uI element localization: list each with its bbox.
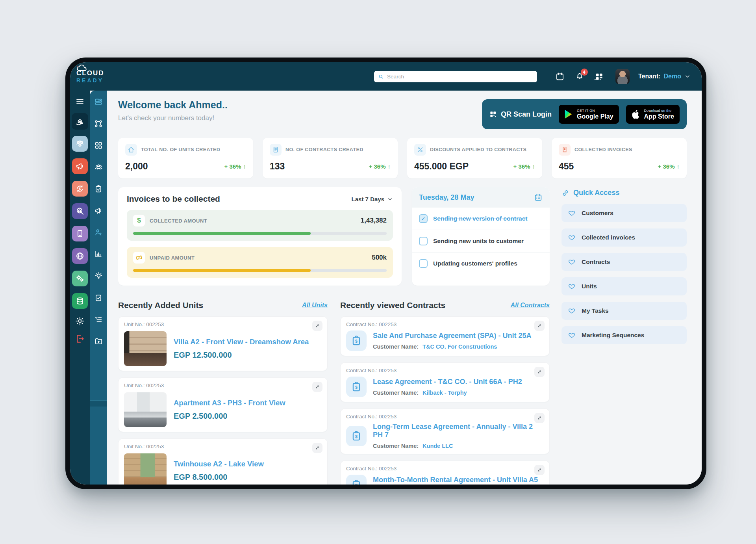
heart-icon — [568, 307, 576, 315]
task-label: Sending new units to customer — [433, 238, 524, 245]
contract-name-link[interactable]: Sale And Purchase Agreement (SPA) - Unit… — [373, 332, 531, 340]
contract-card[interactable]: Contract No.: 002253 — [340, 460, 550, 485]
date-range-dropdown[interactable]: Last 7 Days — [352, 196, 393, 202]
sidebar-item-customers-group[interactable] — [94, 163, 103, 172]
sidebar-scroll-indicator[interactable] — [90, 400, 107, 407]
task-checkbox[interactable]: ✓ — [419, 214, 428, 223]
sidebar-item-agent-tools[interactable] — [94, 228, 103, 237]
quick-access-label: Marketing Sequences — [582, 332, 644, 339]
google-play-badge[interactable]: GET IT ON Google Play — [559, 105, 619, 124]
task-row[interactable]: ✓ Updating customers' profiles — [412, 253, 550, 275]
sidebar-item-apps-grid[interactable] — [94, 141, 103, 150]
sidebar-item-finance[interactable]: $ — [72, 180, 88, 197]
qr-launcher-button[interactable] — [595, 72, 604, 81]
task-checkbox[interactable]: ✓ — [419, 237, 428, 245]
contract-name-link[interactable]: Long-Term Lease Agreement - Annually - V… — [373, 423, 544, 439]
unit-number: Unit No.: 002253 — [124, 444, 322, 449]
brand-logo[interactable]: CLOUD READY — [76, 69, 141, 84]
task-row[interactable]: ✓ Sending new version of contract — [412, 208, 550, 230]
unpaid-progress-fill — [133, 269, 311, 272]
clipboard-icon — [94, 293, 103, 302]
quick-access-item-collected-invoices[interactable]: Collected invoices — [561, 228, 687, 247]
amount-value: 500k — [372, 254, 387, 262]
contract-card[interactable]: Contract No.: 002253 — [340, 408, 550, 454]
unit-card[interactable]: Unit No.: 002253 — [118, 438, 328, 485]
unit-number: Unit No.: 002253 — [124, 321, 322, 327]
customer-name-link[interactable]: Kilback - Torphy — [422, 390, 467, 396]
sidebar-item-checklist[interactable] — [94, 315, 103, 324]
sidebar-item-tasks-board[interactable] — [94, 293, 103, 302]
notifications-button[interactable]: 4 — [575, 72, 584, 81]
sidebar-item-approvals[interactable] — [94, 185, 103, 193]
expand-icon — [315, 384, 320, 390]
up-arrow-icon: ↑ — [388, 163, 391, 170]
expand-button[interactable] — [534, 367, 545, 377]
unpaid-progress-track — [133, 269, 387, 272]
contract-name-link[interactable]: Month-To-Month Rental Agreement - Unit V… — [373, 476, 538, 484]
expand-button[interactable] — [312, 443, 322, 453]
expand-button[interactable] — [312, 321, 322, 331]
customer-name-label: Customer Name: — [373, 390, 419, 396]
sidebar-item-automation[interactable] — [72, 270, 88, 287]
sidebar-item-settings[interactable] — [72, 315, 88, 327]
sidebar-item-data[interactable] — [72, 293, 88, 309]
qr-scan-login-button[interactable]: QR Scan Login — [489, 110, 552, 119]
hamburger-menu-button[interactable] — [72, 95, 88, 107]
kpi-card-units: TOTAL NO. OF UNITS CREATED 2,000 + 36%↑ — [118, 138, 253, 178]
calendar-icon[interactable] — [534, 193, 543, 202]
unit-name-link[interactable]: Twinhouse A2 - Lake View — [174, 460, 264, 468]
link-icon — [561, 189, 569, 197]
welcome-block: Welcome back Ahmed.. Let's check your nu… — [118, 99, 228, 122]
sidebar-item-web-portal[interactable] — [72, 248, 88, 264]
page-subtitle: Let's check your numbers today! — [118, 114, 228, 122]
sidebar-item-transfers[interactable] — [94, 337, 103, 346]
search-input[interactable] — [387, 74, 533, 80]
customer-name-link[interactable]: T&C CO. For Constructions — [422, 343, 497, 350]
sidebar-item-marketing[interactable] — [72, 158, 88, 175]
sidebar-item-mobile-app[interactable] — [72, 225, 88, 242]
sidebar-item-org-chart[interactable] — [94, 119, 103, 128]
quick-access-item-customers[interactable]: Customers — [561, 204, 687, 222]
kpi-value: 2,000 — [125, 161, 148, 172]
quick-access-item-my-tasks[interactable]: My Tasks — [561, 302, 687, 320]
task-checkbox[interactable]: ✓ — [419, 259, 428, 268]
kpi-value: 455 — [559, 161, 574, 172]
quick-access-item-contracts[interactable]: Contracts — [561, 253, 687, 271]
calendar-icon — [555, 72, 565, 81]
customer-name-link[interactable]: Kunde LLC — [422, 443, 453, 449]
unit-name-link[interactable]: Apartment A3 - PH3 - Front View — [174, 399, 285, 407]
expand-button[interactable] — [534, 465, 545, 475]
logout-button[interactable] — [72, 333, 88, 345]
contract-card[interactable]: Contract No.: 002253 — [340, 316, 550, 356]
sidebar-item-property-search[interactable] — [72, 203, 88, 219]
search-bar[interactable] — [374, 71, 537, 82]
contract-card[interactable]: Contract No.: 002253 — [340, 362, 550, 402]
kpi-label: DISCOUNTS APPLIED TO CONTRACTS — [430, 147, 526, 152]
contract-icon — [270, 144, 282, 156]
kpi-cards: TOTAL NO. OF UNITS CREATED 2,000 + 36%↑ — [118, 138, 687, 178]
app-store-badge[interactable]: Download on the App Store — [626, 105, 680, 124]
user-avatar[interactable] — [615, 69, 630, 84]
contract-name-link[interactable]: Lease Agreement - T&C CO. - Unit 66A - P… — [373, 378, 522, 386]
task-row[interactable]: ✓ Sending new units to customer — [412, 230, 550, 253]
up-arrow-icon: ↑ — [677, 163, 680, 170]
expand-button[interactable] — [312, 382, 322, 392]
unit-card[interactable]: Unit No.: 002253 — [118, 316, 328, 371]
expand-button[interactable] — [534, 413, 545, 423]
sidebar-item-crm[interactable] — [72, 136, 88, 152]
all-units-link[interactable]: All Units — [302, 302, 328, 309]
calendar-button[interactable] — [555, 72, 565, 81]
quick-access-item-marketing-sequences[interactable]: Marketing Sequences — [561, 326, 687, 344]
expand-button[interactable] — [534, 321, 545, 331]
tenant-dropdown[interactable]: Tenant: Demo — [638, 73, 691, 80]
sidebar-item-properties[interactable] — [72, 113, 88, 130]
sidebar-item-dashboard[interactable] — [94, 98, 103, 106]
contract-number: Contract No.: 002253 — [346, 321, 544, 327]
quick-access-item-units[interactable]: Units — [561, 277, 687, 295]
sidebar-item-insights[interactable] — [94, 271, 103, 280]
sidebar-item-campaigns[interactable] — [94, 206, 103, 215]
unit-card[interactable]: Unit No.: 002253 — [118, 377, 328, 432]
unit-name-link[interactable]: Villa A2 - Front View - Dreamshow Area — [174, 338, 309, 346]
sidebar-item-reports[interactable] — [94, 250, 103, 258]
all-contracts-link[interactable]: All Contracts — [510, 302, 550, 309]
